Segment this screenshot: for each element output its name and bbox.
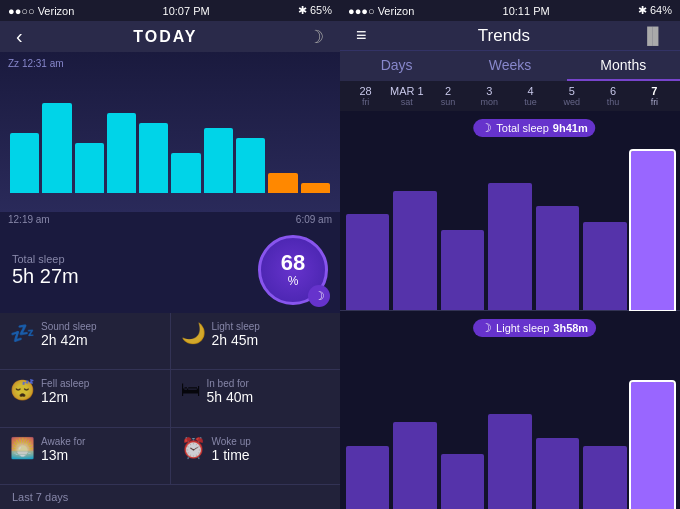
stat-icon: 🛏: [181, 378, 201, 401]
start-time: 12:19 am: [8, 214, 50, 225]
status-bar-left: ●●○○ Verizon 10:07 PM ✱ 65%: [0, 0, 340, 21]
date-item[interactable]: 7fri: [635, 85, 674, 107]
sleep-bar: [139, 123, 168, 193]
end-time: 6:09 am: [296, 214, 332, 225]
light-sleep-bar: [393, 422, 436, 509]
header-right: ≡ Trends ▐▌: [340, 21, 680, 50]
battery-left: ✱ 65%: [298, 4, 332, 17]
light-sleep-trend-text: Light sleep: [496, 322, 549, 334]
back-button[interactable]: ‹: [16, 25, 23, 48]
total-sleep-bar: [583, 222, 626, 309]
sleep-bar: [171, 153, 200, 193]
light-sleep-bar: [441, 454, 484, 509]
sleep-bar: [301, 183, 330, 193]
stat-icon: 😴: [10, 378, 35, 402]
stat-cell: 🌙 Light sleep 2h 45m: [171, 313, 341, 369]
sleep-bar: [42, 103, 71, 193]
trend-tab[interactable]: Days: [340, 51, 453, 81]
stat-icon: 💤: [10, 321, 35, 345]
stat-cell: 🌅 Awake for 13m: [0, 428, 170, 484]
sleep-bar: [10, 133, 39, 193]
stat-value: 1 time: [212, 447, 251, 463]
score-unit: %: [288, 274, 299, 288]
stat-content: Awake for 13m: [41, 436, 85, 463]
total-sleep-trend-label: ☽ Total sleep 9h41m: [473, 119, 595, 137]
stat-label: Light sleep: [212, 321, 260, 332]
total-sleep-trend-text: Total sleep: [496, 122, 549, 134]
total-sleep-label: Total sleep: [12, 253, 248, 265]
light-sleep-trend-value: 3h58m: [553, 322, 588, 334]
last-days-label: Last 7 days: [0, 484, 340, 509]
page-title-left: TODAY: [133, 28, 197, 46]
date-item[interactable]: 2sun: [429, 85, 468, 107]
sleep-bar: [236, 138, 265, 193]
total-sleep-chart: ☽ Total sleep 9h41m: [340, 111, 680, 310]
stat-value: 12m: [41, 389, 89, 405]
status-bar-right: ●●●○ Verizon 10:11 PM ✱ 64%: [340, 0, 680, 21]
time-right: 10:11 PM: [503, 5, 550, 17]
stat-value: 5h 40m: [207, 389, 254, 405]
total-sleep-trend-value: 9h41m: [553, 122, 588, 134]
date-item[interactable]: 6thu: [594, 85, 633, 107]
stats-grid: 💤 Sound sleep 2h 42m 🌙 Light sleep 2h 45…: [0, 313, 340, 484]
trend-tab[interactable]: Weeks: [453, 51, 566, 81]
score-value: 68: [281, 252, 305, 274]
carrier-right: ●●●○ Verizon: [348, 5, 414, 17]
sleep-bar: [268, 173, 297, 193]
page-title-right: Trends: [478, 26, 530, 46]
stat-cell: 💤 Sound sleep 2h 42m: [0, 313, 170, 369]
light-sleep-chart: ☽ Light sleep 3h58m: [340, 311, 680, 510]
stat-label: Woke up: [212, 436, 251, 447]
chart-icon[interactable]: ▐▌: [641, 27, 664, 45]
date-row: 28friMAR 1sat2sun3mon4tue5wed6thu7fri: [340, 81, 680, 111]
sleep-start-label: Zz 12:31 am: [8, 58, 332, 69]
time-labels: 12:19 am 6:09 am: [0, 212, 340, 227]
sleep-bar: [204, 128, 233, 193]
time-left: 10:07 PM: [163, 5, 210, 17]
hamburger-menu[interactable]: ≡: [356, 25, 367, 46]
sleep-score-circle: 68 % ☽: [258, 235, 328, 305]
stat-cell: ⏰ Woke up 1 time: [171, 428, 341, 484]
light-sleep-bars: [346, 319, 674, 510]
date-item[interactable]: 5wed: [552, 85, 591, 107]
total-sleep-bar: [441, 230, 484, 309]
total-sleep-bar: [536, 206, 579, 309]
trend-tabs: DaysWeeksMonths: [340, 50, 680, 81]
date-item[interactable]: 28fri: [346, 85, 385, 107]
battery-right: ✱ 64%: [638, 4, 672, 17]
stat-content: Woke up 1 time: [212, 436, 251, 463]
stat-value: 2h 45m: [212, 332, 260, 348]
date-item[interactable]: MAR 1sat: [387, 85, 426, 107]
stat-content: In bed for 5h 40m: [207, 378, 254, 405]
right-panel: ●●●○ Verizon 10:11 PM ✱ 64% ≡ Trends ▐▌ …: [340, 0, 680, 509]
stat-content: Light sleep 2h 45m: [212, 321, 260, 348]
light-sleep-bar: [583, 446, 626, 509]
sleep-chart: Zz 12:31 am: [0, 52, 340, 212]
light-sleep-trend-label: ☽ Light sleep 3h58m: [473, 319, 596, 337]
total-sleep-bar: [488, 183, 531, 310]
total-sleep-bars: [346, 119, 674, 310]
stat-icon: ⏰: [181, 436, 206, 460]
trend-tab[interactable]: Months: [567, 51, 680, 81]
total-sleep-bar: [346, 214, 389, 309]
stat-content: Sound sleep 2h 42m: [41, 321, 97, 348]
total-sleep-bar: [631, 151, 674, 310]
stat-value: 2h 42m: [41, 332, 97, 348]
stat-label: Fell asleep: [41, 378, 89, 389]
header-left: ‹ TODAY ☽: [0, 21, 340, 52]
light-sleep-bar: [488, 414, 531, 509]
date-item[interactable]: 3mon: [470, 85, 509, 107]
carrier-left: ●●○○ Verizon: [8, 5, 74, 17]
stat-content: Fell asleep 12m: [41, 378, 89, 405]
sleep-summary: Total sleep 5h 27m 68 % ☽: [0, 227, 340, 313]
total-sleep-bar: [393, 191, 436, 310]
trend-section: ☽ Total sleep 9h41m ☽ Light sleep 3h58m: [340, 111, 680, 509]
light-sleep-bar: [346, 446, 389, 509]
date-item[interactable]: 4tue: [511, 85, 550, 107]
moon-icon[interactable]: ☽: [308, 26, 324, 48]
chart-bars: [8, 73, 332, 193]
stat-icon: 🌙: [181, 321, 206, 345]
stat-label: Awake for: [41, 436, 85, 447]
left-panel: ●●○○ Verizon 10:07 PM ✱ 65% ‹ TODAY ☽ Zz…: [0, 0, 340, 509]
stat-label: Sound sleep: [41, 321, 97, 332]
